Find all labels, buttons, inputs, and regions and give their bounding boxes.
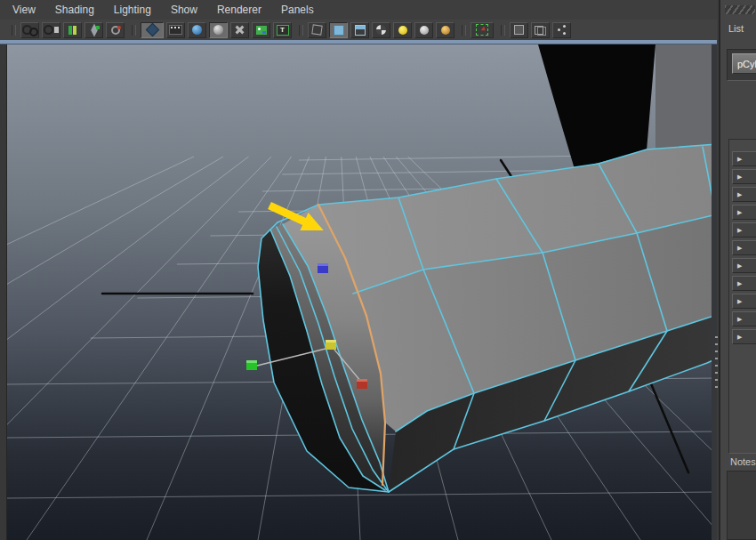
film-gate-icon[interactable] [166, 22, 185, 38]
xray-display-icon[interactable] [510, 22, 528, 38]
menu-shading[interactable]: Shading [55, 4, 94, 16]
menu-lighting[interactable]: Lighting [114, 4, 151, 16]
menu-view[interactable]: View [12, 4, 36, 16]
smooth-shade-all-icon[interactable] [209, 22, 228, 38]
viewport-right-seam [712, 44, 717, 540]
chevron-right-icon: ▶ [737, 298, 742, 305]
camera-attributes-icon[interactable] [42, 22, 60, 38]
viewport-camera-gate-icon[interactable] [141, 22, 164, 38]
panel-splitter-dots[interactable] [715, 336, 718, 390]
toolbar-separator [132, 25, 136, 36]
light-gold-icon[interactable] [436, 22, 454, 38]
viewport-menu-bar: View Shading Lighting Show Renderer Pane… [0, 0, 717, 20]
chevron-right-icon: ▶ [737, 245, 742, 252]
viewport-3d[interactable] [7, 44, 717, 540]
use-all-lights-icon[interactable] [329, 22, 348, 38]
wireframe-display-icon[interactable] [230, 22, 249, 38]
chevron-right-icon: ▶ [737, 191, 742, 198]
chevron-right-icon: ▶ [737, 209, 742, 216]
viewport-left-frame [0, 44, 7, 540]
attribute-section-expander[interactable]: ▶ [732, 187, 756, 202]
light-yellow-icon[interactable] [393, 22, 412, 38]
two-sided-lighting-icon[interactable] [350, 22, 369, 38]
notes-text-area[interactable] [727, 471, 756, 540]
menu-show[interactable]: Show [171, 4, 197, 16]
isolate-select-icon[interactable] [308, 22, 326, 38]
manipulator-yellow-center-handle[interactable] [326, 340, 336, 350]
panel-menu-list[interactable]: List [728, 23, 744, 34]
manipulator-blue-handle[interactable] [318, 263, 328, 273]
chevron-right-icon: ▶ [737, 316, 742, 323]
attribute-section-expander[interactable]: ▶ [732, 169, 756, 184]
panel-drag-handle[interactable] [725, 5, 755, 14]
attribute-section-expander[interactable]: ▶ [732, 240, 756, 255]
manipulator-green-handle[interactable] [246, 360, 257, 370]
view-plane-icon[interactable] [84, 22, 103, 38]
zoom-selected-icon[interactable] [106, 22, 125, 38]
attribute-sections: ▶ ▶ ▶ ▶ ▶ ▶ ▶ ▶ ▶ ▶ ▶ [732, 151, 756, 347]
attribute-editor-panel: List pCyl ▶ ▶ ▶ ▶ ▶ ▶ ▶ ▶ ▶ ▶ ▶ Notes [719, 0, 756, 540]
shaded-display-icon[interactable] [188, 22, 206, 38]
chevron-right-icon: ▶ [737, 173, 742, 181]
image-plane-icon[interactable] [63, 22, 82, 38]
use-default-material-icon[interactable]: T [273, 22, 292, 38]
textured-display-icon[interactable] [252, 22, 270, 38]
chevron-right-icon: ▶ [737, 262, 742, 270]
toolbar-separator [501, 25, 505, 36]
manipulator-red-handle[interactable] [357, 379, 367, 389]
attribute-section-expander[interactable]: ▶ [732, 311, 756, 326]
viewport-toolbar: T [0, 20, 717, 40]
shadows-icon[interactable] [372, 22, 390, 38]
attribute-section-expander[interactable]: ▶ [732, 151, 756, 166]
light-gray-icon[interactable] [414, 22, 433, 38]
attribute-section-expander[interactable]: ▶ [732, 222, 756, 238]
toolbar-separator [299, 25, 303, 36]
attribute-section-expander[interactable]: ▶ [732, 276, 756, 291]
selection-highlight-icon[interactable] [470, 22, 494, 38]
menu-renderer[interactable]: Renderer [217, 4, 261, 16]
attribute-section-expander[interactable]: ▶ [732, 205, 756, 220]
chevron-right-icon: ▶ [737, 156, 742, 163]
chevron-right-icon: ▶ [737, 227, 742, 234]
chevron-right-icon: ▶ [737, 334, 742, 341]
notes-section-label: Notes [730, 456, 756, 467]
object-tab-pcylinder[interactable]: pCyl [732, 53, 756, 74]
attribute-section-expander[interactable]: ▶ [732, 294, 756, 309]
application-window: View Shading Lighting Show Renderer Pane… [0, 0, 756, 540]
attribute-section-expander[interactable]: ▶ [732, 258, 756, 273]
menu-panels[interactable]: Panels [281, 4, 314, 16]
share-view-icon[interactable] [552, 22, 571, 38]
toolbar-separator [462, 25, 466, 36]
toolbar-separator [12, 25, 16, 36]
frame-overlay-icon[interactable] [531, 22, 550, 38]
attribute-section-expander[interactable]: ▶ [732, 329, 756, 344]
chevron-right-icon: ▶ [737, 280, 742, 287]
select-camera-icon[interactable] [20, 22, 39, 38]
